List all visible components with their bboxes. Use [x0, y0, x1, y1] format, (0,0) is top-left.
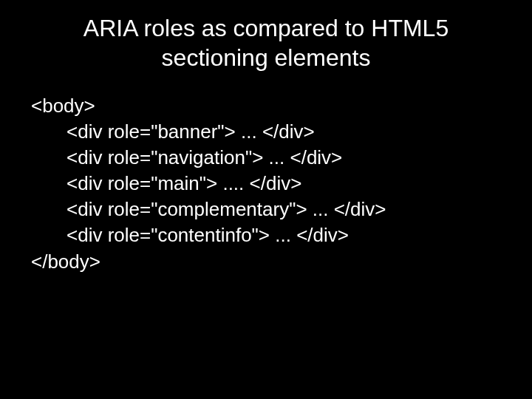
code-line-4: <div role="complementary"> ... </div> [66, 198, 386, 220]
code-line-6: </body> [31, 250, 100, 273]
code-line-1: <div role="banner"> ... </div> [66, 120, 315, 143]
code-line-0: <body> [31, 95, 95, 117]
code-line-3: <div role="main"> .... </div> [66, 172, 301, 194]
code-line-2: <div role="navigation"> ... </div> [66, 146, 342, 168]
title-line-2: sectioning elements [162, 44, 371, 71]
code-block: <body> <div role="banner"> ... </div> <d… [0, 72, 532, 275]
title-line-1: ARIA roles as compared to HTML5 [83, 15, 449, 41]
code-line-5: <div role="contentinfo"> ... </div> [66, 224, 349, 246]
slide-title: ARIA roles as compared to HTML5 sectioni… [0, 0, 532, 72]
slide: ARIA roles as compared to HTML5 sectioni… [0, 0, 532, 399]
